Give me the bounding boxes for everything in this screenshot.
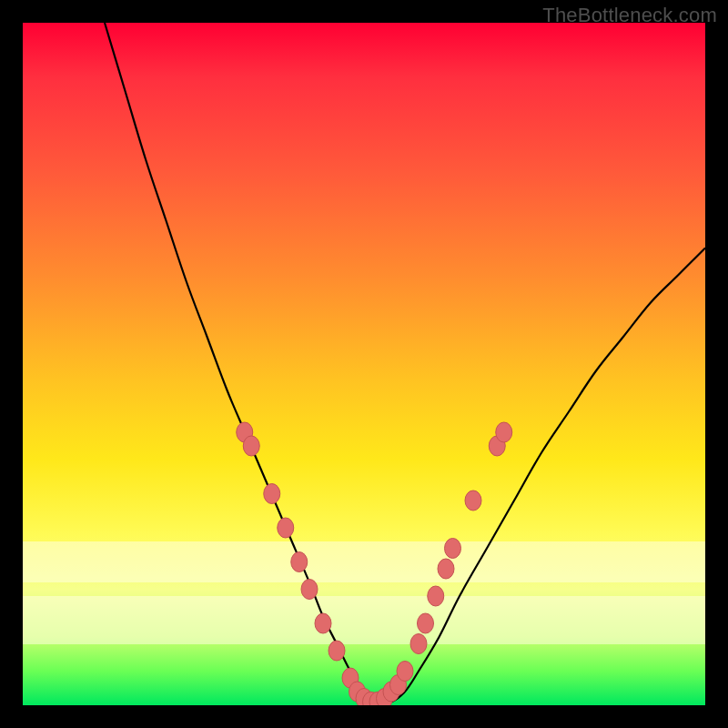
chart-frame: TheBottleneck.com xyxy=(0,0,728,728)
data-marker xyxy=(438,559,454,579)
chart-overlay xyxy=(23,23,705,705)
source-watermark: TheBottleneck.com xyxy=(542,4,717,27)
data-marker xyxy=(445,539,461,559)
data-marker xyxy=(243,436,259,456)
markers-group xyxy=(237,422,512,705)
data-marker xyxy=(496,422,512,442)
data-marker xyxy=(465,490,481,511)
data-marker xyxy=(315,613,331,633)
data-marker xyxy=(397,662,413,682)
data-marker xyxy=(291,552,308,572)
data-marker xyxy=(301,580,318,600)
data-marker xyxy=(264,484,280,504)
data-marker xyxy=(278,518,294,538)
data-marker xyxy=(428,586,444,606)
data-marker xyxy=(410,634,427,654)
data-marker xyxy=(418,613,434,633)
bottleneck-curve xyxy=(105,23,705,703)
data-marker xyxy=(329,641,345,661)
plot-area xyxy=(23,23,705,705)
